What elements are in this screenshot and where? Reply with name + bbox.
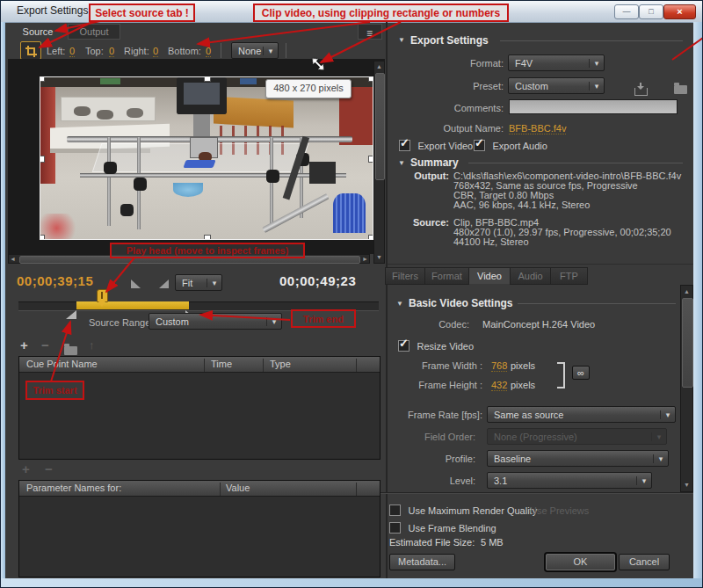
crop-icon [25, 46, 35, 55]
tab-video[interactable]: Video [468, 267, 511, 284]
panel-menu-button[interactable]: ≡ [358, 24, 382, 40]
crop-top-value[interactable]: 0 [109, 46, 114, 57]
add-cue-point-icon[interactable]: + [20, 338, 28, 352]
crop-handle-tl[interactable] [40, 77, 45, 82]
frame-rate-select[interactable]: Same as source ▾ [487, 406, 676, 423]
scroll-down-icon[interactable]: ▼ [684, 481, 690, 490]
crop-left-label: Left: [47, 46, 65, 56]
window-border-left [1, 22, 5, 588]
cue-col-type[interactable]: Type [270, 359, 291, 369]
minimize-button[interactable]: — [614, 4, 639, 19]
metadata-button[interactable]: Metadata... [389, 554, 455, 570]
maximize-button[interactable]: □ [639, 4, 663, 19]
tab-format[interactable]: Format [424, 267, 469, 285]
crop-left-value[interactable]: 0 [69, 46, 75, 57]
preview-vscrollbar[interactable]: ▲ ▼ [373, 61, 385, 264]
scroll-up-icon[interactable]: ▲ [376, 62, 382, 71]
export-video-checkbox[interactable]: ✓ Export Video [399, 137, 473, 153]
crop-bottom-value[interactable]: 0 [206, 46, 211, 57]
link-dimensions-button[interactable]: ∞ [572, 366, 590, 380]
tab-source[interactable]: Source [13, 25, 62, 40]
profile-select[interactable]: Baseline ▾ [487, 450, 669, 467]
playhead[interactable] [97, 289, 108, 302]
save-cue-points-icon[interactable]: ↑ [89, 338, 95, 352]
load-cue-points-icon[interactable] [64, 346, 77, 355]
vscroll-thumb[interactable] [375, 73, 385, 180]
import-preset-icon[interactable] [674, 85, 687, 94]
annotation-trim-end: Trim end [291, 309, 356, 328]
export-audio-checkbox[interactable]: ✓ Export Audio [474, 137, 547, 153]
cue-col-name[interactable]: Cue Point Name [26, 359, 98, 369]
footer-divider-hl [380, 493, 693, 494]
crop-handle-tm[interactable] [204, 77, 211, 82]
maximize-icon: □ [649, 7, 653, 16]
trim-start-handle[interactable] [66, 310, 76, 319]
video-frame[interactable] [40, 77, 373, 239]
crop-ratio-select[interactable]: None ▾ [231, 42, 279, 59]
level-select[interactable]: 3.1 ▾ [487, 472, 652, 489]
photo-shape [184, 160, 216, 168]
remove-parameter-icon[interactable]: − [45, 461, 53, 476]
add-parameter-icon[interactable]: + [22, 461, 30, 476]
save-preset-icon[interactable] [634, 88, 648, 96]
crop-button[interactable] [20, 41, 41, 60]
summary-title: Summary [410, 156, 459, 169]
output-name-link[interactable]: BFB-BBC.f4v [509, 123, 566, 134]
chevron-down-icon: ▾ [660, 410, 675, 419]
crop-handle-bl[interactable] [40, 235, 45, 239]
crop-handle-ml[interactable] [40, 156, 45, 163]
collapse-icon[interactable]: ▼ [396, 300, 403, 308]
param-col-name[interactable]: Parameter Names for: [26, 483, 121, 493]
timeline-selected-range[interactable] [76, 301, 189, 309]
current-timecode[interactable]: 00;00;39;15 [17, 273, 93, 288]
crop-handle-br[interactable] [368, 235, 373, 239]
summary-output-label: Output: [388, 171, 449, 181]
format-select[interactable]: F4V ▾ [508, 54, 605, 71]
tab-audio[interactable]: Audio [510, 267, 551, 285]
tab-ftp[interactable]: FTP [550, 267, 588, 285]
source-range-select[interactable]: Custom ▾ [149, 313, 282, 330]
use-frame-blending-checkbox[interactable]: ✓ Use Frame Blending [389, 519, 496, 535]
chevron-down-icon: ▾ [266, 317, 281, 326]
scroll-left-icon[interactable]: ◄ [10, 255, 16, 264]
preset-label: Preset: [388, 81, 504, 91]
frame-width-value[interactable]: 768 [491, 360, 507, 372]
close-button[interactable]: × [663, 4, 696, 19]
tab-output[interactable]: Output [68, 24, 120, 40]
use-max-quality-checkbox[interactable]: ✓ Use Maximum Render Quality [389, 502, 537, 518]
chevron-down-icon: ▾ [589, 59, 604, 68]
crop-handle-mr[interactable] [368, 156, 373, 163]
photo-shape [333, 193, 366, 232]
resize-video-checkbox[interactable]: ✓ Resize Video [398, 338, 474, 353]
ok-button[interactable]: OK [546, 554, 615, 570]
scroll-up-icon[interactable]: ▲ [684, 287, 690, 296]
scroll-right-icon[interactable]: ► [362, 255, 368, 264]
tab-filters[interactable]: Filters [385, 267, 425, 285]
crop-right-value[interactable]: 0 [153, 46, 158, 57]
photo-shape [40, 214, 80, 239]
param-col-value[interactable]: Value [226, 483, 250, 493]
scroll-down-icon[interactable]: ▼ [376, 253, 382, 262]
parameter-table[interactable]: Parameter Names for: Value [18, 480, 380, 577]
estimated-file-size-value: 5 MB [481, 537, 504, 548]
chevron-down-icon: ▾ [589, 82, 604, 91]
settings-vscrollbar[interactable]: ▲ ▼ [680, 285, 693, 492]
cue-col-time[interactable]: Time [211, 359, 232, 369]
crop-handle-tr[interactable] [368, 77, 373, 82]
collapse-icon[interactable]: ▼ [398, 159, 405, 167]
frame-height-value[interactable]: 432 [491, 380, 507, 391]
crop-top-label: Top: [85, 46, 104, 56]
cancel-button[interactable]: Cancel [619, 554, 670, 570]
remove-cue-point-icon[interactable]: − [41, 338, 49, 352]
cue-point-table[interactable]: Cue Point Name Time Type [18, 356, 380, 460]
preset-select[interactable]: Custom ▾ [508, 77, 605, 94]
crop-handle-bm[interactable] [204, 235, 211, 239]
minimize-icon: — [623, 7, 631, 16]
settings-scroll-thumb[interactable] [682, 298, 693, 388]
comments-input[interactable] [509, 99, 678, 114]
zoom-level-select[interactable]: Fit ▾ [175, 274, 222, 291]
out-point-icon[interactable] [159, 279, 169, 288]
in-point-icon[interactable] [131, 279, 141, 288]
collapse-icon[interactable]: ▼ [398, 36, 405, 44]
check-icon: ✓ [400, 136, 409, 149]
